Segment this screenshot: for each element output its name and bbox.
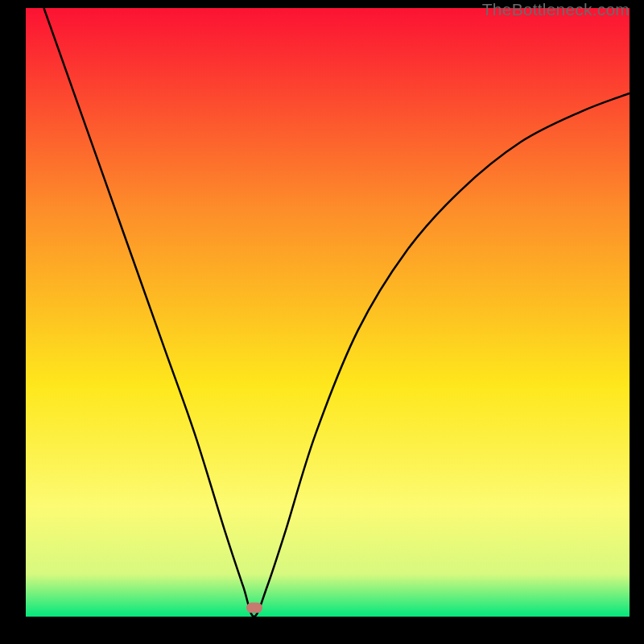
watermark-text: TheBottleneck.com bbox=[482, 0, 630, 19]
optimum-marker bbox=[246, 602, 262, 613]
chart-canvas: TheBottleneck.com bbox=[0, 0, 644, 644]
bottleneck-curve bbox=[26, 8, 630, 617]
plot-area bbox=[26, 8, 630, 617]
curve-path bbox=[44, 8, 630, 617]
